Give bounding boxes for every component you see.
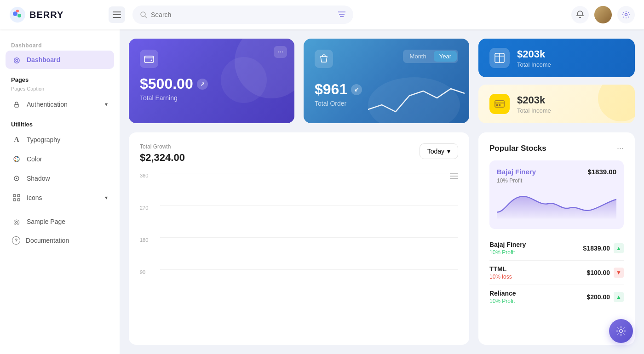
stock-info-bajaj: Bajaj Finery 10% Profit <box>489 241 526 256</box>
svg-point-27 <box>151 60 152 61</box>
stock-price-reliance: $200.00 <box>586 293 610 301</box>
svg-rect-33 <box>496 104 498 106</box>
bottom-row: Total Growth $2,324.00 Today ▾ <box>129 132 635 345</box>
menu-icon <box>113 11 121 18</box>
avatar-image <box>594 6 612 23</box>
svg-rect-25 <box>17 199 20 201</box>
income-blue-amount: $203k <box>517 48 551 60</box>
settings-button[interactable] <box>617 6 635 23</box>
svg-rect-23 <box>17 194 20 197</box>
header-right <box>571 6 635 23</box>
order-amount: $961 ↙ <box>315 81 362 98</box>
filter-icon[interactable] <box>338 11 346 18</box>
sidebar-item-typography-label: Typography <box>27 136 60 143</box>
income-blue-label: Total Income <box>517 61 551 68</box>
grid-icon <box>13 194 20 201</box>
shadow-svg-icon <box>13 175 20 182</box>
stock-info-ttml: TTML 10% loss <box>489 265 512 280</box>
dropdown-arrow-icon: ▾ <box>447 148 450 155</box>
total-income-yellow-card: $203k Total Income <box>478 85 635 123</box>
dashboard-icon: ◎ <box>12 55 21 64</box>
y-label-180: 180 <box>140 237 158 243</box>
income-yellow-amount: $203k <box>517 94 551 106</box>
month-year-toggle: Month Year <box>403 50 458 63</box>
chart-header: Total Growth $2,324.00 Today ▾ <box>140 143 458 164</box>
stock-name-reliance: Reliance <box>489 290 516 297</box>
today-button[interactable]: Today ▾ <box>420 143 458 159</box>
stocks-more-button[interactable]: ··· <box>617 143 624 153</box>
chevron-down-icon: ▾ <box>105 101 108 108</box>
cashier-icon <box>494 98 505 109</box>
stock-change-ttml: 10% loss <box>489 274 512 280</box>
sidebar-item-shadow-label: Shadow <box>27 175 50 182</box>
order-icon <box>315 50 333 68</box>
total-earning-card: ··· $500.00 ↗ Total Earning <box>129 39 294 123</box>
stock-item-ttml: TTML 10% loss $100.00 ▼ <box>489 261 624 285</box>
order-card-top: Month Year <box>315 50 458 75</box>
svg-rect-4 <box>113 11 121 12</box>
svg-line-8 <box>145 16 147 18</box>
order-amount-text: $961 <box>315 81 347 98</box>
income-yellow-info: $203k Total Income <box>517 94 551 114</box>
chevron-down-icon-2: ▾ <box>105 194 108 201</box>
stock-arrow-down-icon: ▼ <box>614 268 624 278</box>
shadow-icon <box>12 174 21 183</box>
income-yellow-icon <box>489 94 510 114</box>
svg-rect-22 <box>13 194 16 197</box>
earning-label: Total Earning <box>140 94 283 102</box>
sidebar-item-typography[interactable]: A Typography <box>6 131 114 149</box>
sidebar-item-shadow[interactable]: Shadow <box>6 169 114 188</box>
year-toggle-button[interactable]: Year <box>434 51 457 62</box>
auth-icon <box>12 100 21 109</box>
svg-point-3 <box>16 10 19 12</box>
stock-price-ttml: $100.00 <box>586 269 610 276</box>
sidebar-item-sample-page[interactable]: ◎ Sample Page <box>6 212 114 231</box>
menu-button[interactable] <box>109 6 125 23</box>
svg-rect-34 <box>499 104 500 106</box>
sidebar-item-icons[interactable]: Icons ▾ <box>6 188 114 207</box>
sample-page-icon: ◎ <box>12 217 21 226</box>
stock-item-bajaj: Bajaj Finery 10% Profit $1839.00 ▲ <box>489 236 624 261</box>
sidebar: Dashboard ◎ Dashboard Pages Pages Captio… <box>0 29 120 354</box>
svg-rect-26 <box>144 56 154 63</box>
sidebar-item-documentation[interactable]: ? Documentation <box>6 232 114 249</box>
svg-point-2 <box>17 14 21 17</box>
sidebar-pages-caption: Pages Caption <box>6 86 114 95</box>
svg-rect-31 <box>495 101 504 107</box>
stock-right-reliance: $200.00 ▲ <box>586 292 624 302</box>
logo-text: BERRY <box>29 10 63 20</box>
svg-rect-24 <box>13 199 16 201</box>
income-blue-info: $203k Total Income <box>517 48 551 68</box>
svg-point-38 <box>620 330 622 332</box>
stock-change-bajaj: 10% Profit <box>489 249 526 256</box>
svg-point-17 <box>17 157 18 158</box>
chart-area: 90 180 270 360 <box>140 173 458 302</box>
avatar[interactable] <box>594 6 612 23</box>
sidebar-item-color[interactable]: Color <box>6 150 114 168</box>
search-bar <box>132 6 353 24</box>
order-trend-icon: ↙ <box>351 84 362 95</box>
sidebar-item-label: Dashboard <box>27 56 60 63</box>
today-label: Today <box>427 148 444 155</box>
earning-trend-icon: ↗ <box>197 79 208 90</box>
svg-point-18 <box>17 160 18 160</box>
earning-amount-text: $500.00 <box>140 75 193 92</box>
svg-point-16 <box>15 158 16 159</box>
earning-more-button[interactable]: ··· <box>274 46 287 58</box>
month-toggle-button[interactable]: Month <box>404 51 432 62</box>
y-label-90: 90 <box>140 269 158 275</box>
featured-stock-top: Bajaj Finery $1839.00 <box>497 168 616 176</box>
y-label-270: 270 <box>140 205 158 211</box>
notification-button[interactable] <box>571 6 589 23</box>
shopping-bag-icon <box>319 54 329 64</box>
total-order-card: Month Year $961 ↙ Total Order <box>304 39 469 123</box>
wallet-icon <box>144 54 154 64</box>
featured-stock-price: $1839.00 <box>587 168 616 176</box>
sidebar-item-dashboard[interactable]: ◎ Dashboard <box>6 51 114 69</box>
sidebar-item-authentication[interactable]: Authentication ▾ <box>6 95 114 114</box>
stock-price-bajaj: $1839.00 <box>583 245 610 252</box>
lock-icon <box>13 101 20 108</box>
search-input[interactable] <box>151 11 334 18</box>
income-cards-col: $203k Total Income $203k <box>478 39 635 123</box>
fab-settings-button[interactable] <box>609 319 633 343</box>
